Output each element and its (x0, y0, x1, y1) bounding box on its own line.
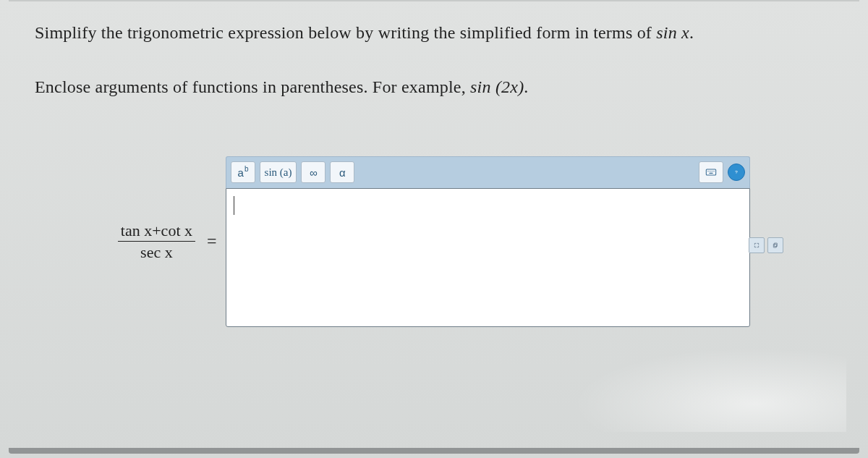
alpha-icon: α (339, 166, 346, 179)
svg-point-1 (707, 171, 708, 171)
expand-icon (754, 240, 760, 250)
question-text-line-1: Simplify the trigonometric expression be… (35, 20, 835, 46)
toolbar-power-button[interactable]: ab (231, 161, 255, 183)
question-text-1a: Simplify the trigonometric expression be… (35, 23, 656, 42)
toolbar-power-exp: b (244, 165, 249, 173)
help-icon: ? (733, 166, 740, 178)
toolbar-function-label: sin (a) (265, 166, 292, 179)
svg-rect-0 (706, 169, 715, 175)
screen-glare (542, 338, 846, 432)
keyboard-icon (705, 166, 717, 178)
svg-rect-8 (773, 244, 776, 247)
svg-point-2 (710, 171, 710, 171)
equals-sign: = (200, 232, 226, 251)
expand-button[interactable] (749, 237, 765, 253)
copy-icon (773, 240, 778, 250)
question-text-2a: Enclose arguments of functions in parent… (35, 77, 470, 96)
svg-text:?: ? (735, 169, 738, 174)
infinity-icon: ∞ (310, 166, 318, 179)
answer-input[interactable] (226, 188, 750, 327)
fraction-denominator: sec x (118, 242, 195, 261)
side-controls (749, 237, 783, 253)
question-math-sinx: sin x (656, 23, 689, 42)
question-page: Simplify the trigonometric expression be… (0, 0, 868, 458)
toolbar-help-button[interactable]: ? (728, 164, 745, 181)
fraction: tan x+cot x sec x (118, 221, 195, 262)
toolbar-alpha-button[interactable]: α (330, 161, 354, 183)
copy-button[interactable] (767, 237, 783, 253)
svg-point-4 (713, 171, 714, 171)
editor-toolbar: ab sin (a) ∞ α (226, 156, 750, 188)
question-text-line-2: Enclose arguments of functions in parent… (35, 75, 835, 100)
expression-lhs: tan x+cot x sec x (33, 221, 200, 262)
question-text-2b: . (524, 77, 528, 96)
screen-bottom-edge (9, 448, 859, 454)
svg-rect-5 (709, 173, 712, 174)
answer-row: tan x+cot x sec x = ab sin (a) ∞ α (33, 156, 835, 327)
question-text-1b: . (689, 23, 694, 42)
question-math-example: sin (2x) (470, 77, 524, 96)
toolbar-infinity-button[interactable]: ∞ (301, 161, 326, 183)
math-editor: ab sin (a) ∞ α (226, 156, 750, 327)
toolbar-function-button[interactable]: sin (a) (260, 161, 297, 183)
toolbar-keyboard-button[interactable] (699, 161, 723, 183)
svg-point-3 (711, 171, 712, 171)
fraction-numerator: tan x+cot x (118, 221, 195, 241)
toolbar-power-base: a (238, 166, 244, 179)
svg-rect-7 (774, 243, 777, 247)
